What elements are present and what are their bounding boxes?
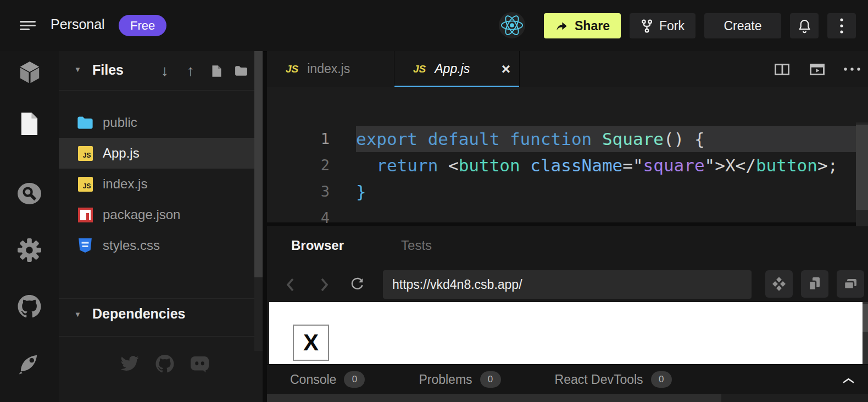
count-badge: 0 [480, 371, 501, 388]
preview-tab-tests[interactable]: Tests [401, 238, 432, 253]
divider [59, 298, 263, 299]
file-icon [19, 111, 40, 136]
back-icon[interactable] [280, 275, 300, 294]
caret-down-icon: ▼ [74, 310, 81, 319]
code-line: } [356, 178, 838, 205]
browser-preview: X [269, 302, 863, 364]
divider [59, 336, 263, 337]
console-tab-problems[interactable]: Problems0 [419, 371, 500, 388]
sandbox-info-button[interactable] [0, 55, 59, 90]
workspace-name[interactable]: Personal [51, 16, 105, 32]
forward-icon[interactable] [314, 275, 334, 294]
search-button[interactable] [0, 176, 59, 211]
preview-tabs: BrowserTests [291, 226, 432, 265]
responsive-mode-icon[interactable] [801, 270, 828, 298]
square-button[interactable]: X [293, 325, 329, 361]
share-arrow-icon [555, 20, 569, 32]
discord-icon [190, 355, 210, 373]
console-tab-label: Console [290, 372, 336, 387]
menu-icon[interactable] [20, 21, 36, 31]
line-number: 3 [267, 178, 330, 205]
explorer-button[interactable] [0, 106, 59, 141]
file-name: styles.css [103, 238, 160, 253]
discord-link[interactable] [187, 353, 212, 375]
search-icon [17, 182, 42, 205]
tree-item-styles.css[interactable]: styles.css [59, 230, 263, 261]
js-file-icon: JS [413, 63, 426, 75]
fork-icon [641, 19, 653, 33]
create-label: Create [724, 19, 761, 34]
open-in-new-window-icon[interactable] [837, 270, 864, 298]
codesandbox-app: Personal Free Share [0, 0, 868, 402]
js-file-icon: JS [286, 63, 298, 75]
github-icon [155, 355, 174, 373]
twitter-icon [120, 355, 140, 372]
console-tab-console[interactable]: Console0 [290, 371, 365, 388]
notifications-button[interactable] [790, 13, 819, 38]
new-folder-icon[interactable] [231, 60, 252, 82]
rocket-icon [18, 351, 41, 375]
tree-item-App.js[interactable]: JSApp.js [59, 138, 263, 169]
editor-tab-App.js[interactable]: JSApp.js× [394, 51, 520, 87]
tree-item-public[interactable]: public [59, 107, 263, 138]
twitter-link[interactable] [118, 353, 142, 375]
github-link[interactable] [153, 353, 177, 375]
tab-label: index.js [307, 62, 350, 76]
deployment-button[interactable] [0, 345, 59, 380]
editor-tab-bar: JSindex.jsJSApp.js× [267, 51, 868, 87]
ellipsis-menu-icon[interactable] [841, 58, 864, 80]
react-logo-icon[interactable] [499, 12, 525, 38]
count-badge: 0 [344, 371, 365, 388]
panel-scrollbar-thumb[interactable] [267, 394, 721, 402]
github-button[interactable] [0, 289, 59, 324]
code-line: export default function Square() { [356, 126, 838, 152]
tab-label: App.js [435, 62, 470, 76]
more-options-button[interactable] [827, 13, 856, 38]
folder-icon [77, 116, 93, 130]
count-badge: 0 [651, 371, 672, 388]
upload-icon[interactable]: ↑ [180, 60, 201, 82]
js-icon: JS [77, 177, 93, 192]
console-bar: Console0Problems0React DevTools0 [267, 364, 868, 394]
plan-badge[interactable]: Free [119, 15, 166, 36]
js-icon: JS [77, 146, 93, 161]
top-bar: Personal Free Share [0, 0, 868, 52]
editor-vertical-scrollbar-thumb[interactable] [856, 125, 868, 210]
tree-item-index.js[interactable]: JSindex.js [59, 169, 263, 199]
files-section-header[interactable]: ▼ Files ↓ ↑ [59, 51, 263, 91]
split-view-icon[interactable] [770, 58, 793, 80]
chevron-up-icon[interactable] [838, 374, 858, 387]
close-icon[interactable]: × [502, 62, 510, 77]
file-explorer: ▼ Files ↓ ↑ publicJSApp.jsJSindex.jspack… [59, 51, 263, 402]
url-bar[interactable]: https://vkd4n8.csb.app/ [383, 270, 752, 299]
dependencies-title: Dependencies [92, 306, 186, 322]
refresh-icon[interactable] [347, 275, 367, 294]
console-tab-label: Problems [419, 372, 472, 387]
console-tabs: Console0Problems0React DevTools0 [290, 365, 672, 394]
settings-button[interactable] [0, 232, 59, 267]
code-line: return <button className="square">X</but… [356, 152, 838, 178]
preview-window-icon[interactable] [805, 58, 828, 80]
line-number: 2 [267, 152, 330, 178]
npm-icon [77, 208, 93, 222]
explorer-scrollbar-thumb[interactable] [254, 51, 263, 277]
new-file-icon[interactable] [206, 60, 227, 82]
code-area[interactable]: 1234 export default function Square() { … [267, 87, 868, 222]
fork-button[interactable]: Fork [630, 13, 695, 38]
editor-tab-index.js[interactable]: JSindex.js [267, 51, 394, 87]
preview-tab-browser[interactable]: Browser [291, 238, 344, 253]
code-lines: export default function Square() { retur… [356, 126, 838, 231]
files-section-title: Files [92, 62, 124, 78]
create-button[interactable]: Create [704, 13, 781, 38]
share-button[interactable]: Share [544, 13, 621, 38]
tree-item-package.json[interactable]: package.json [59, 199, 263, 230]
gear-icon [18, 238, 41, 262]
kebab-menu-icon [839, 18, 844, 34]
download-icon[interactable]: ↓ [154, 60, 175, 82]
preview-scrollbar-thumb[interactable] [863, 304, 868, 332]
file-name: package.json [103, 207, 180, 222]
file-name: App.js [103, 146, 140, 161]
line-numbers: 1234 [267, 126, 330, 231]
devtools-icon[interactable] [765, 270, 793, 298]
console-tab-react-devtools[interactable]: React DevTools0 [555, 371, 672, 388]
